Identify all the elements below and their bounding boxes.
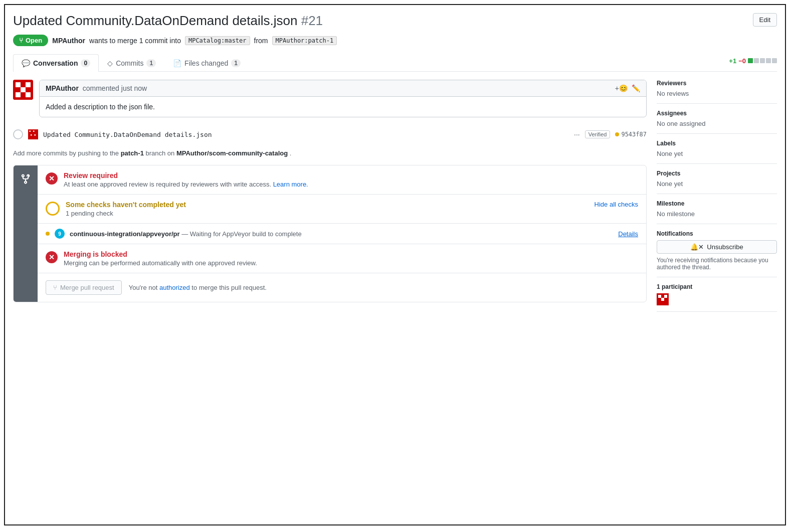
reviewers-value: No reviews: [657, 90, 777, 97]
participant-avatar: [657, 293, 669, 305]
merge-btn-icon: ⑂: [53, 284, 57, 291]
reaction-icon[interactable]: +😊: [615, 84, 628, 92]
comment-thread: MPAuthor commented just now +😊 ✏️ Added …: [13, 80, 647, 117]
commit-message: Updated Community.DataOnDemand details.j…: [43, 131, 567, 138]
conversation-icon: 💬: [22, 59, 30, 67]
page-container: Updated Community.DataOnDemand details.j…: [4, 4, 786, 525]
tab-conversation[interactable]: 💬 Conversation 0: [13, 54, 99, 72]
svg-rect-8: [33, 131, 35, 132]
participants-label: 1 participant: [657, 283, 777, 290]
pr-author-name: MPAuthor: [52, 37, 85, 45]
check-merge-blocked: ✕ Merging is blocked Merging can be perf…: [38, 244, 646, 273]
pr-head-branch[interactable]: MPAuthor:patch-1: [272, 36, 337, 45]
assignees-label: Assignees: [657, 110, 777, 117]
tab-commits[interactable]: ◇ Commits 1: [99, 54, 164, 72]
svg-rect-2: [26, 82, 31, 87]
merge-blocked-icon: ✕: [46, 251, 58, 263]
pr-base-branch[interactable]: MPCatalog:master: [185, 36, 250, 45]
checks-section: ✕ Review required At least one approved …: [13, 165, 647, 302]
labels-value: None yet: [657, 150, 777, 157]
comment-header: MPAuthor commented just now +😊 ✏️: [40, 80, 646, 97]
sidebar-participants: 1 participant: [657, 277, 777, 312]
edit-button[interactable]: Edit: [753, 13, 777, 27]
sidebar-notifications: Notifications 🔔✕ Unsubscribe You're rece…: [657, 224, 777, 277]
conversation-tab-count: 0: [81, 59, 90, 67]
svg-rect-1: [16, 82, 21, 87]
participants-row: [657, 293, 777, 305]
diff-bars: [748, 58, 777, 63]
merge-row: ⑂ Merge pull request You're not authoriz…: [38, 273, 646, 302]
commits-tab-label: Commits: [116, 59, 143, 67]
svg-rect-13: [664, 295, 667, 298]
pending-content: Some checks haven't completed yet 1 pend…: [66, 201, 588, 217]
pr-status-text: Open: [26, 37, 42, 44]
learn-more-link[interactable]: Learn more.: [273, 181, 308, 188]
pending-icon: [46, 202, 60, 216]
appveyor-check-row: 9 continuous-integration/appveyor/pr — W…: [38, 224, 646, 244]
diff-deletions: −0: [738, 57, 746, 65]
pending-title: Some checks haven't completed yet: [66, 201, 588, 209]
commit-more-menu[interactable]: ···: [574, 130, 580, 138]
merge-blocked-content: Merging is blocked Merging can be perfor…: [64, 250, 638, 267]
appveyor-text: continuous-integration/appveyor/pr — Wai…: [70, 230, 613, 238]
branch-info-middle: branch on: [145, 149, 174, 157]
labels-label: Labels: [657, 140, 777, 147]
merge-blocked-title: Merging is blocked: [64, 250, 638, 258]
appveyor-icon: 9: [55, 229, 65, 239]
branch-info-prefix: Add more commits by pushing to the: [13, 149, 119, 157]
tab-files-changed[interactable]: 📄 Files changed 1: [164, 54, 249, 72]
milestone-value: No milestone: [657, 210, 777, 218]
diff-bar-2: [754, 58, 759, 63]
sidebar-reviewers: Reviewers No reviews: [657, 80, 777, 104]
diff-bar-5: [772, 58, 777, 63]
svg-rect-14: [661, 298, 664, 301]
comment-time: commented just now: [83, 84, 147, 92]
commit-hash: 9543f87: [615, 131, 647, 138]
svg-rect-4: [26, 92, 31, 97]
main-content: MPAuthor commented just now +😊 ✏️ Added …: [13, 80, 647, 312]
tabs-row: 💬 Conversation 0 ◇ Commits 1 📄 Files cha…: [13, 54, 777, 72]
appveyor-details-link[interactable]: Details: [618, 230, 638, 238]
diff-bar-3: [760, 58, 765, 63]
unsubscribe-label: Unsubscribe: [707, 243, 743, 251]
hash-dot: [615, 132, 619, 136]
pr-header: Updated Community.DataOnDemand details.j…: [13, 13, 777, 29]
comment-actions: +😊 ✏️: [615, 84, 640, 92]
merge-pull-request-button[interactable]: ⑂ Merge pull request: [46, 280, 122, 295]
review-required-content: Review required At least one approved re…: [64, 171, 638, 188]
diff-stat: +1 −0: [729, 57, 777, 69]
projects-label: Projects: [657, 170, 777, 177]
commits-icon: ◇: [107, 59, 113, 67]
commit-dot: [13, 129, 23, 139]
appveyor-desc: — Waiting for AppVeyor build to complete: [181, 230, 301, 238]
appveyor-status-dot: [46, 232, 50, 236]
diff-bar-1: [748, 58, 753, 63]
diff-additions: +1: [729, 57, 736, 65]
diff-bar-4: [766, 58, 771, 63]
pr-from-text: from: [254, 37, 268, 45]
hide-all-checks-button[interactable]: Hide all checks: [595, 201, 638, 208]
projects-value: None yet: [657, 180, 777, 188]
commits-tab-count: 1: [146, 59, 156, 67]
merge-blocked-desc: Merging can be performed automatically w…: [64, 259, 638, 267]
assignees-value: No one assigned: [657, 120, 777, 127]
edit-comment-icon[interactable]: ✏️: [632, 84, 640, 92]
review-required-desc: At least one approved review is required…: [64, 181, 638, 188]
pr-title: Updated Community.DataOnDemand details.j…: [13, 13, 323, 29]
unsubscribe-button[interactable]: 🔔✕ Unsubscribe: [657, 240, 777, 254]
checks-body: ✕ Review required At least one approved …: [38, 165, 646, 302]
repo-name: MPAuthor/scom-community-catalog: [176, 149, 288, 157]
branch-name: patch-1: [121, 149, 144, 157]
sidebar-assignees: Assignees No one assigned: [657, 104, 777, 134]
notification-note: You're receiving notifications because y…: [657, 257, 777, 271]
review-required-title: Review required: [64, 171, 638, 180]
commenter-avatar: [13, 80, 33, 100]
review-required-icon: ✕: [46, 172, 58, 185]
files-tab-label: Files changed: [184, 59, 228, 67]
sidebar-projects: Projects None yet: [657, 164, 777, 194]
reviewers-label: Reviewers: [657, 80, 777, 87]
commit-avatar: [28, 129, 38, 139]
pr-status-badge: ⑂ Open: [13, 35, 48, 46]
authorized-link[interactable]: authorized: [159, 284, 190, 291]
milestone-label: Milestone: [657, 200, 777, 207]
